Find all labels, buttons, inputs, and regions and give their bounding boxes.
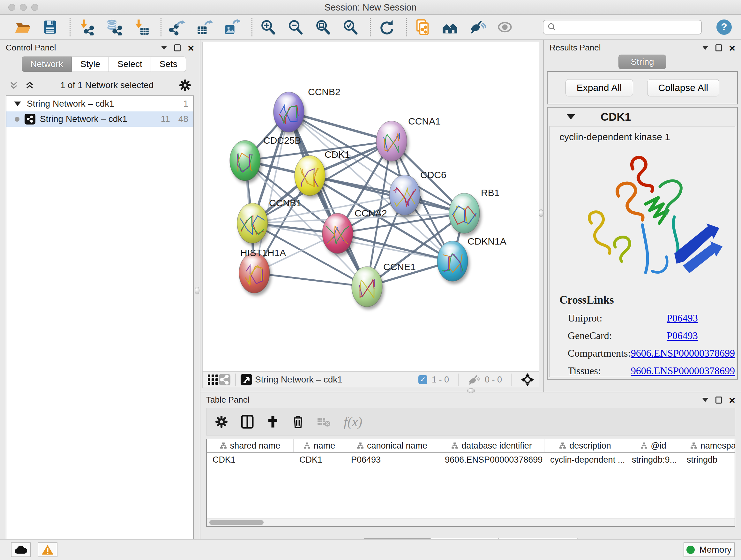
network-node-RB1[interactable] [449,193,480,233]
tab-sets[interactable]: Sets [151,57,186,72]
horizontal-splitter-grip[interactable] [467,388,475,393]
help-button[interactable]: ? [717,19,732,35]
tab-string[interactable]: String [618,55,666,69]
collapse-all-icon[interactable] [8,80,19,91]
network-node-CDKN1A[interactable] [437,241,468,281]
panel-close-icon[interactable]: × [729,44,735,51]
column-header-id[interactable]: @id [626,439,681,452]
minimize-window-button[interactable] [20,4,27,11]
network-node-HIST1H1A[interactable] [239,253,270,293]
open-session-button[interactable] [13,17,32,37]
expand-all-icon[interactable] [24,80,35,91]
show-columns-icon[interactable] [241,415,254,429]
detach-view-icon[interactable] [240,374,253,386]
export-table-icon[interactable] [195,17,214,37]
first-neighbors-icon[interactable] [440,17,460,37]
save-session-button[interactable] [40,17,60,37]
table-hscroll-thumb[interactable] [209,520,264,525]
new-network-from-selection-icon[interactable] [413,17,432,37]
search-input[interactable] [557,22,701,32]
column-header-name[interactable]: name [293,439,345,452]
toolbar-search[interactable] [543,20,702,35]
column-header-database-identifier[interactable]: database identifier [439,439,544,452]
import-table-file-icon[interactable] [131,17,151,37]
tab-network[interactable]: Network [22,57,72,72]
table-gear-icon[interactable] [215,415,228,428]
panel-float-icon[interactable] [716,44,722,51]
network-node-CDC25B[interactable] [230,140,260,181]
export-network-icon[interactable] [167,17,187,37]
crosslink-label: Uniprot: [568,312,667,324]
table-cell[interactable]: P06493 [345,453,439,467]
panel-menu-icon[interactable] [161,46,167,50]
crosslink-link[interactable]: 9606.ENSP00000378699 [631,348,735,359]
gear-icon[interactable] [179,79,192,91]
table-cell[interactable]: stringdb:9... [626,453,681,467]
network-node-CCNE1[interactable] [352,266,382,307]
panel-float-icon[interactable] [174,44,181,51]
collapse-all-button[interactable]: Collapse All [647,79,720,97]
collection-expand-icon[interactable] [14,102,21,106]
crosslink-link[interactable]: P06493 [667,330,698,341]
column-header-shared-name[interactable]: shared name [207,439,293,452]
delete-column-icon[interactable] [292,415,304,429]
table-cell[interactable]: 9606.ENSP00000378699 [439,453,544,467]
export-image-icon[interactable] [222,17,242,37]
network-graph[interactable]: CCNB2CCNA1CDC25BCDK1CDC6RB1CCNB1CCNA2CDK… [203,42,540,372]
apply-layout-icon[interactable] [377,17,396,37]
network-share-view-icon[interactable] [219,374,231,386]
network-row-selected[interactable]: String Network – cdk1 11 48 [6,111,193,127]
panel-float-icon[interactable] [716,396,722,403]
column-header-namespace[interactable]: namespace [681,439,735,452]
column-header-canonical-name[interactable]: canonical name [345,439,439,452]
hide-selection-icon[interactable] [468,17,487,37]
selected-checkbox-icon[interactable]: ✓ [418,375,427,384]
table-hscrollbar[interactable] [207,518,735,526]
network-node-CCNB1[interactable] [237,203,268,243]
table-cell[interactable]: stringdb [681,453,735,467]
zoom-selected-icon[interactable] [340,17,360,37]
grid-view-icon[interactable] [207,374,219,385]
add-column-icon[interactable] [266,415,279,429]
network-node-CDC6[interactable] [389,175,420,215]
network-node-CCNA2[interactable] [322,213,353,253]
maximize-window-button[interactable] [31,4,38,11]
import-network-file-icon[interactable] [76,17,96,37]
vertical-splitter-grip[interactable] [195,287,199,294]
network-edge[interactable] [254,273,367,287]
tab-style[interactable]: Style [72,57,109,72]
window-controls[interactable] [8,4,38,11]
gene-entry-header[interactable]: CDK1 [548,108,737,126]
birds-eye-toggle-icon[interactable] [521,373,535,387]
close-window-button[interactable] [8,4,15,11]
table-row[interactable]: CDK1CDK1P064939606.ENSP00000378699cyclin… [207,453,735,467]
crosslink-link[interactable]: P06493 [667,312,698,324]
panel-menu-icon[interactable] [702,398,709,402]
network-view-region: CCNB2CCNA1CDC25BCDK1CDC6RB1CCNB1CCNA2CDK… [200,40,543,392]
warnings-button[interactable] [38,543,57,557]
memory-button[interactable]: Memory [684,543,735,557]
table-cell[interactable]: CDK1 [293,453,345,467]
network-node-CCNA1[interactable] [376,121,407,161]
cloud-status-button[interactable] [11,543,30,557]
show-all-icon[interactable] [495,17,515,37]
panel-close-icon[interactable]: × [188,44,194,51]
network-node-CCNB2[interactable] [273,92,304,132]
import-network-database-icon[interactable] [104,17,124,37]
network-node-CDK1[interactable] [294,155,325,196]
entry-collapse-icon[interactable] [567,114,575,119]
table-cell[interactable]: cyclin-dependent ... [544,453,626,467]
fit-content-icon[interactable] [313,17,333,37]
panel-menu-icon[interactable] [702,46,709,50]
column-header-description[interactable]: description [544,439,626,452]
panel-close-icon[interactable]: × [729,396,735,403]
zoom-in-icon[interactable] [258,17,278,37]
table-cell[interactable]: CDK1 [207,453,293,467]
vertical-splitter-grip[interactable] [539,209,543,217]
crosslink-link[interactable]: 9606.ENSP00000378699 [631,365,735,377]
network-collection-row[interactable]: String Network – cdk1 1 [6,96,193,111]
tab-select[interactable]: Select [109,57,151,72]
expand-all-button[interactable]: Expand All [565,79,633,97]
network-canvas[interactable]: CCNB2CCNA1CDC25BCDK1CDC6RB1CCNB1CCNA2CDK… [202,42,539,371]
zoom-out-icon[interactable] [286,17,306,37]
